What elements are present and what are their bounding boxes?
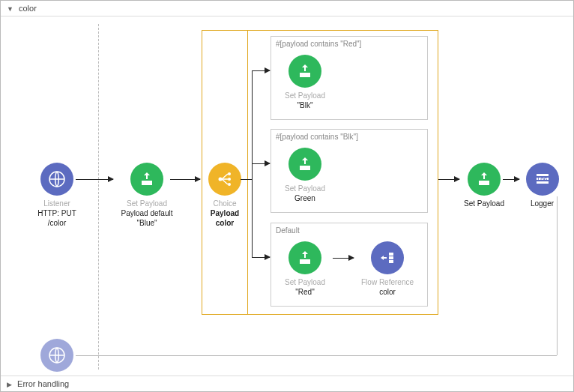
set-payload-default-node[interactable]: Set Payload Payload default "Blue" bbox=[113, 163, 181, 228]
branch-condition: Default bbox=[271, 223, 427, 238]
connector bbox=[252, 257, 270, 258]
listener-node[interactable]: Listener HTTP: PUT /color bbox=[31, 163, 83, 228]
expand-icon: ▶ bbox=[7, 381, 12, 388]
svg-point-2 bbox=[228, 172, 231, 175]
connector bbox=[438, 179, 459, 180]
set-payload-icon bbox=[288, 148, 321, 181]
node-label: "Red" bbox=[279, 287, 331, 297]
node-type: Flow Reference bbox=[354, 277, 421, 287]
set-payload-end-node[interactable]: Set Payload bbox=[458, 163, 510, 208]
globe-icon bbox=[40, 163, 73, 196]
choice-branch-2: #[payload contains "Blk"] Set Payload Gr… bbox=[271, 129, 428, 213]
node-label: color bbox=[354, 287, 421, 297]
set-payload-icon bbox=[288, 241, 321, 274]
branch-condition: #[payload contains "Blk"] bbox=[271, 130, 427, 144]
branch-condition: #[payload contains "Red"] bbox=[271, 37, 427, 51]
set-payload-red-node[interactable]: Set Payload "Red" bbox=[279, 241, 331, 297]
connector bbox=[252, 70, 270, 71]
choice-branch-default: Default Set Payload "Red" Flow Reference… bbox=[271, 223, 428, 307]
return-connector bbox=[557, 196, 558, 355]
node-label: HTTP: PUT /color bbox=[31, 208, 83, 228]
node-label: Payload default "Blue" bbox=[113, 208, 181, 228]
connector bbox=[76, 179, 113, 180]
set-payload-icon bbox=[288, 55, 321, 88]
set-payload-blk-node[interactable]: Set Payload "Blk" bbox=[279, 55, 331, 110]
connector bbox=[503, 179, 519, 180]
flow-reference-icon bbox=[371, 241, 404, 274]
svg-rect-5 bbox=[537, 174, 549, 176]
node-type: Set Payload bbox=[279, 184, 331, 193]
svg-point-1 bbox=[219, 178, 223, 181]
set-payload-icon bbox=[468, 163, 501, 196]
flow-canvas: Listener HTTP: PUT /color Set Payload Pa… bbox=[1, 16, 573, 377]
svg-rect-7 bbox=[537, 181, 549, 184]
set-payload-green-node[interactable]: Set Payload Green bbox=[279, 148, 331, 203]
choice-branch-1: #[payload contains "Red"] Set Payload "B… bbox=[271, 36, 428, 120]
node-type: Choice bbox=[203, 199, 247, 208]
node-type: Set Payload bbox=[279, 91, 331, 100]
logger-icon: LOG bbox=[526, 163, 559, 196]
return-connector bbox=[76, 355, 557, 356]
globe-icon bbox=[40, 339, 73, 372]
flow-reference-node[interactable]: Flow Reference color bbox=[354, 241, 421, 297]
node-label: "Blk" bbox=[279, 100, 331, 110]
connector bbox=[170, 179, 200, 180]
error-handling-title: Error handling bbox=[17, 379, 69, 388]
response-listener-node[interactable] bbox=[31, 339, 83, 375]
svg-point-4 bbox=[228, 183, 231, 186]
flow-title: color bbox=[19, 4, 37, 13]
choice-node[interactable]: Choice Payload color bbox=[203, 163, 247, 228]
node-label: Green bbox=[279, 193, 331, 203]
choice-divider bbox=[247, 31, 248, 314]
source-divider bbox=[98, 24, 99, 370]
connector bbox=[252, 163, 270, 164]
svg-text:LOG: LOG bbox=[537, 177, 547, 181]
choice-icon bbox=[208, 163, 241, 196]
node-type: Set Payload bbox=[279, 277, 331, 287]
collapse-icon: ▼ bbox=[7, 5, 13, 13]
set-payload-icon bbox=[130, 163, 163, 196]
node-type: Set Payload bbox=[113, 199, 181, 208]
connector bbox=[241, 179, 252, 180]
flow-header[interactable]: ▼ color bbox=[1, 1, 573, 16]
node-label: Payload color bbox=[203, 208, 247, 228]
error-handling-header[interactable]: ▶ Error handling bbox=[1, 376, 573, 391]
connector bbox=[333, 258, 354, 259]
node-type: Set Payload bbox=[458, 199, 510, 208]
svg-point-3 bbox=[228, 178, 231, 181]
node-type: Listener bbox=[31, 199, 83, 208]
